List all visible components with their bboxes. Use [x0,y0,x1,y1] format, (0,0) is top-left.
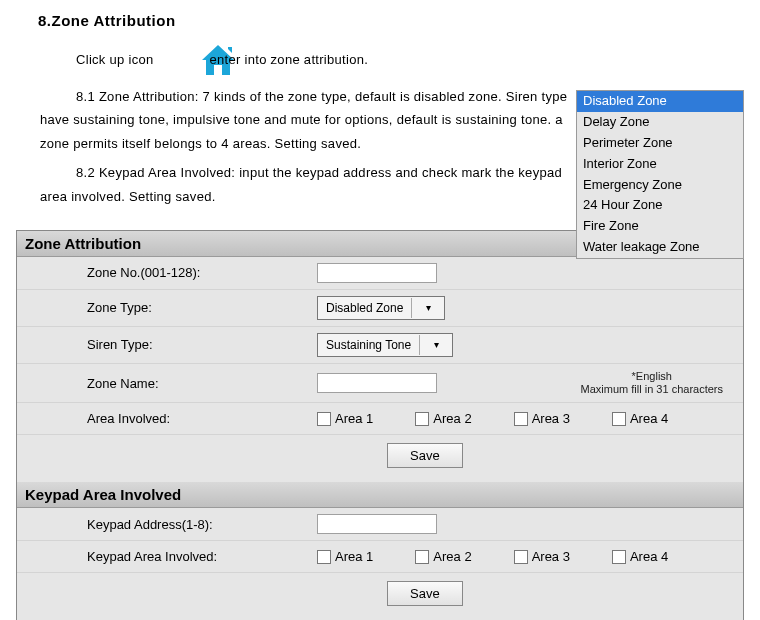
zone-type-option[interactable]: Water leakage Zone [577,237,743,258]
label-siren-type: Siren Type: [17,329,317,360]
label-zone-no: Zone No.(001-128): [17,257,317,288]
house-icon [162,43,202,79]
save-button[interactable]: Save [387,443,463,468]
zone-type-option[interactable]: Interior Zone [577,154,743,175]
zone-name-input[interactable] [317,373,437,393]
intro-line: Click up icon enter into zone attributio… [40,43,744,79]
zone-type-option[interactable]: Fire Zone [577,216,743,237]
zone-attribution-panel: Zone Attribution Zone No.(001-128): Zone… [16,230,744,620]
siren-type-value: Sustaining Tone [318,338,419,352]
intro-pre: Click up icon [76,52,154,67]
area-1-checkbox[interactable]: Area 1 [317,411,373,426]
panel-title: Keypad Area Involved [17,482,743,508]
label-area-involved: Area Involved: [17,403,317,434]
area-1-checkbox[interactable]: Area 1 [317,549,373,564]
area-3-checkbox[interactable]: Area 3 [514,411,570,426]
save-button[interactable]: Save [387,581,463,606]
zone-type-select[interactable]: Disabled Zone ▾ [317,296,445,320]
zone-name-hint: *EnglishMaximum fill in 31 characters [581,370,723,396]
label-zone-name: Zone Name: [17,368,317,399]
paragraph-8-1: 8.1 Zone Attribution: 7 kinds of the zon… [40,85,580,155]
section-heading: 8.Zone Attribution [38,12,744,29]
area-2-checkbox[interactable]: Area 2 [415,549,471,564]
siren-type-select[interactable]: Sustaining Tone ▾ [317,333,453,357]
area-3-checkbox[interactable]: Area 3 [514,549,570,564]
label-zone-type: Zone Type: [17,292,317,323]
zone-type-option[interactable]: Perimeter Zone [577,133,743,154]
zone-type-value: Disabled Zone [318,301,411,315]
zone-type-option[interactable]: Emergency Zone [577,175,743,196]
zone-type-list[interactable]: Disabled Zone Delay Zone Perimeter Zone … [576,90,744,259]
zone-no-input[interactable] [317,263,437,283]
area-4-checkbox[interactable]: Area 4 [612,549,668,564]
chevron-down-icon: ▾ [419,335,452,355]
area-2-checkbox[interactable]: Area 2 [415,411,471,426]
paragraph-8-2: 8.2 Keypad Area Involved: input the keyp… [40,161,580,208]
zone-type-option[interactable]: 24 Hour Zone [577,195,743,216]
zone-type-option[interactable]: Disabled Zone [577,91,743,112]
label-keypad-area: Keypad Area Involved: [17,541,317,572]
label-keypad-address: Keypad Address(1-8): [17,509,317,540]
chevron-down-icon: ▾ [411,298,444,318]
keypad-address-input[interactable] [317,514,437,534]
intro-post: enter into zone attribution. [209,52,368,67]
area-4-checkbox[interactable]: Area 4 [612,411,668,426]
zone-type-option[interactable]: Delay Zone [577,112,743,133]
